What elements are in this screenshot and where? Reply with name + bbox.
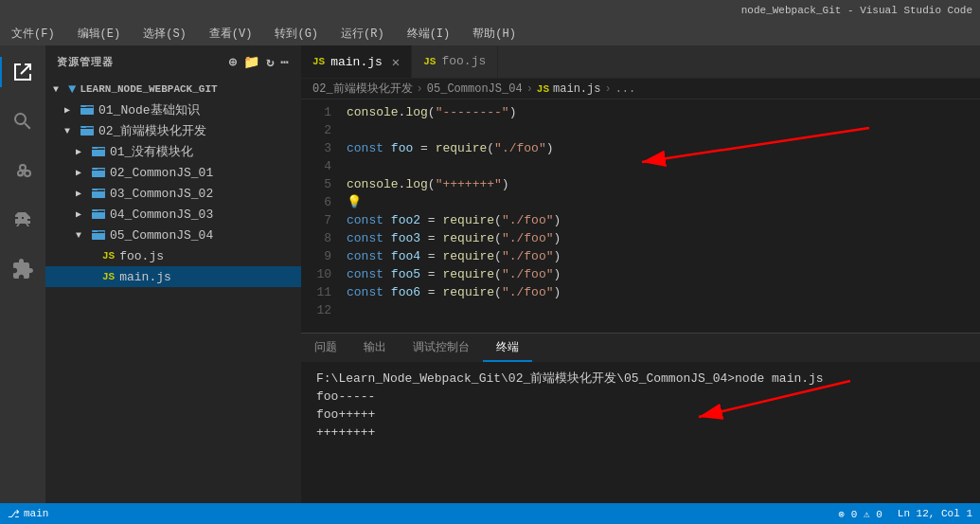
menu-terminal[interactable]: 终端(I) bbox=[403, 24, 454, 44]
breadcrumb-js: JS bbox=[537, 83, 549, 95]
code-line: 10const foo5 = require("./foo") bbox=[301, 265, 980, 283]
tree-arrow: ▶ bbox=[76, 167, 91, 178]
breadcrumb-part: ... bbox=[615, 82, 636, 96]
folder-open-icon bbox=[80, 123, 95, 138]
title-bar: node_Webpack_Git - Visual Studio Code bbox=[0, 0, 980, 21]
tree-arrow: ▶ bbox=[76, 208, 91, 220]
js-badge: JS bbox=[102, 271, 115, 282]
collapse-icon[interactable]: ⋯ bbox=[281, 54, 290, 70]
status-errors: ⊗ 0 ⚠ 0 bbox=[839, 508, 882, 520]
tab-foojs[interactable]: JS foo.js bbox=[412, 45, 498, 78]
sidebar-item-02-5[interactable]: ▼ 05_CommonJS_04 bbox=[45, 225, 301, 245]
terminal-cmd: F:\Learn_Node_Webpack_Git\02_前端模块化开发\05_… bbox=[316, 370, 965, 388]
tab-bar: JS main.js ✕ JS foo.js bbox=[301, 45, 980, 79]
menu-edit[interactable]: 编辑(E) bbox=[74, 24, 125, 44]
line-content: const foo = require("./foo") bbox=[343, 139, 980, 157]
menu-bar: 文件(F) 编辑(E) 选择(S) 查看(V) 转到(G) 运行(R) 终端(I… bbox=[0, 21, 980, 45]
line-content: const foo2 = require("./foo") bbox=[343, 211, 980, 229]
code-line: 11const foo6 = require("./foo") bbox=[301, 283, 980, 301]
sidebar-item-node[interactable]: ▶ 01_Node基础知识 bbox=[45, 99, 301, 120]
menu-help[interactable]: 帮助(H) bbox=[469, 24, 520, 44]
breadcrumb-part: 05_CommonJS_04 bbox=[427, 82, 523, 96]
code-editor: 1console.log("--------")23const foo = re… bbox=[301, 99, 980, 333]
line-number: 4 bbox=[301, 157, 343, 175]
tab-mainjs[interactable]: JS main.js ✕ bbox=[301, 45, 412, 78]
line-content: const foo4 = require("./foo") bbox=[343, 247, 980, 265]
sidebar-item-02[interactable]: ▼ 02_前端模块化开发 bbox=[45, 120, 301, 141]
sidebar-item-02-3[interactable]: ▶ 03_CommonJS_02 bbox=[45, 183, 301, 204]
folder-icon bbox=[91, 165, 106, 180]
terminal-output-1: foo----- bbox=[316, 388, 965, 406]
tree-arrow: ▼ bbox=[76, 230, 91, 241]
tree-label: LEARN_NODE_WEBPACK_GIT bbox=[80, 83, 217, 95]
panel-tab-issues[interactable]: 问题 bbox=[301, 334, 350, 362]
sidebar: 资源管理器 ⊕ 📁 ↻ ⋯ ▼ ▼ LEARN_NODE_WEBPACK_GIT… bbox=[45, 45, 301, 503]
code-line: 9const foo4 = require("./foo") bbox=[301, 247, 980, 265]
sidebar-tree: ▼ ▼ LEARN_NODE_WEBPACK_GIT ▶ 01_Node基础知识… bbox=[45, 79, 301, 503]
panel-tabs: 问题 输出 调试控制台 终端 bbox=[301, 334, 980, 362]
code-line: 12 bbox=[301, 301, 980, 319]
sidebar-item-mainjs[interactable]: JS main.js bbox=[45, 266, 301, 287]
line-content: console.log("+++++++") bbox=[343, 175, 980, 193]
code-line: 3const foo = require("./foo") bbox=[301, 139, 980, 157]
line-number: 7 bbox=[301, 211, 343, 229]
new-file-icon[interactable]: ⊕ bbox=[229, 54, 238, 70]
panel-content: F:\Learn_Node_Webpack_Git\02_前端模块化开发\05_… bbox=[301, 362, 980, 503]
activity-explorer[interactable] bbox=[0, 49, 45, 95]
sidebar-item-02-2[interactable]: ▶ 02_CommonJS_01 bbox=[45, 162, 301, 183]
branch-name: main bbox=[24, 508, 48, 519]
sidebar-item-root[interactable]: ▼ ▼ LEARN_NODE_WEBPACK_GIT bbox=[45, 79, 301, 99]
tree-label: 05_CommonJS_04 bbox=[110, 228, 213, 243]
menu-run[interactable]: 运行(R) bbox=[337, 24, 388, 44]
breadcrumb-sep: › bbox=[604, 82, 611, 96]
tree-label: 01_没有模块化 bbox=[110, 143, 193, 160]
main-layout: 资源管理器 ⊕ 📁 ↻ ⋯ ▼ ▼ LEARN_NODE_WEBPACK_GIT… bbox=[0, 45, 980, 503]
menu-view[interactable]: 查看(V) bbox=[205, 24, 257, 44]
tree-label: 01_Node基础知识 bbox=[98, 101, 200, 118]
folder-icon bbox=[91, 144, 106, 159]
git-branch-icon: ⎇ bbox=[8, 508, 20, 520]
code-line: 5console.log("+++++++") bbox=[301, 175, 980, 193]
menu-select[interactable]: 选择(S) bbox=[139, 24, 190, 44]
line-content: const foo6 = require("./foo") bbox=[343, 283, 980, 301]
folder-icon: ▼ bbox=[68, 81, 76, 97]
terminal-output-2: foo+++++ bbox=[316, 406, 965, 424]
line-number: 2 bbox=[301, 121, 343, 139]
tree-arrow: ▼ bbox=[53, 84, 68, 95]
sidebar-item-foojs[interactable]: JS foo.js bbox=[45, 245, 301, 266]
activity-debug[interactable] bbox=[0, 197, 45, 243]
line-number: 11 bbox=[301, 283, 343, 301]
line-number: 12 bbox=[301, 301, 343, 319]
breadcrumb-part: 02_前端模块化开发 bbox=[312, 81, 413, 97]
tree-label: main.js bbox=[119, 270, 171, 284]
panel-tab-output[interactable]: 输出 bbox=[350, 334, 400, 362]
line-content: const foo3 = require("./foo") bbox=[343, 229, 980, 247]
status-bar: ⎇ main ⊗ 0 ⚠ 0 Ln 12, Col 1 bbox=[0, 503, 980, 524]
breadcrumb-sep: › bbox=[417, 82, 423, 96]
panel-tab-terminal[interactable]: 终端 bbox=[483, 334, 532, 362]
tab-close-btn[interactable]: ✕ bbox=[392, 54, 400, 70]
line-number: 3 bbox=[301, 139, 343, 157]
line-content: 💡 bbox=[343, 193, 980, 211]
activity-search[interactable] bbox=[0, 99, 45, 144]
folder-icon bbox=[91, 207, 106, 222]
sidebar-header-icons: ⊕ 📁 ↻ ⋯ bbox=[229, 54, 290, 70]
line-number: 10 bbox=[301, 265, 343, 283]
code-line: 2 bbox=[301, 121, 980, 139]
sidebar-item-02-1[interactable]: ▶ 01_没有模块化 bbox=[45, 141, 301, 162]
tree-label: 04_CommonJS_03 bbox=[110, 208, 213, 222]
refresh-icon[interactable]: ↻ bbox=[266, 54, 275, 70]
tree-arrow: ▼ bbox=[64, 126, 80, 136]
menu-file[interactable]: 文件(F) bbox=[8, 24, 59, 44]
activity-source-control[interactable] bbox=[0, 148, 45, 193]
new-folder-icon[interactable]: 📁 bbox=[243, 54, 260, 70]
activity-extensions[interactable] bbox=[0, 246, 45, 292]
panel-tab-debug[interactable]: 调试控制台 bbox=[400, 334, 483, 362]
code-line: 4 bbox=[301, 157, 980, 175]
terminal-output-3: ++++++++ bbox=[316, 424, 965, 442]
window-title: node_Webpack_Git - Visual Studio Code bbox=[741, 5, 972, 16]
js-label: JS bbox=[423, 56, 436, 67]
tree-arrow: ▶ bbox=[76, 188, 91, 199]
menu-goto[interactable]: 转到(G) bbox=[271, 24, 322, 44]
sidebar-item-02-4[interactable]: ▶ 04_CommonJS_03 bbox=[45, 204, 301, 225]
